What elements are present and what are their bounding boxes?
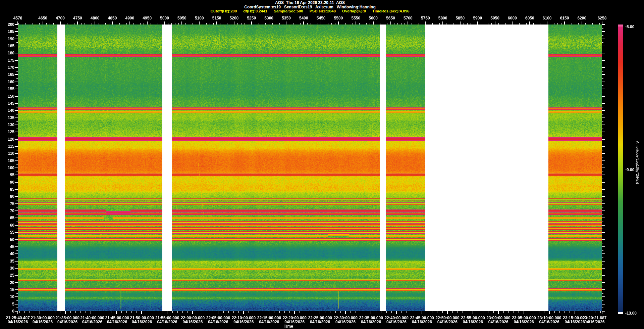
top-axis-label: 5500 [334,16,343,20]
x-axis-title: Time [284,324,293,329]
left-axis-label: 190 [8,37,14,41]
top-axis-label: 5100 [195,16,204,20]
top-axis-label: 6100 [543,16,552,20]
left-axis-label: 180 [8,51,14,55]
date-tick-label: 04/16/2026 [259,320,279,324]
top-axis-label: 5800 [438,16,447,20]
left-axis-label: 20 [10,280,14,285]
top-axis-label: 5950 [490,16,499,20]
left-axis-label: 160 [8,80,14,84]
top-axis-label: 5350 [282,16,291,20]
left-axis-label: 115 [8,144,14,149]
date-tick-label: 04/16/2026 [585,320,605,324]
aos-spectrogram-window: AOS Thu 16 Apr 2026 23:20:11 AOS CoordSy… [0,0,644,329]
top-axis-label: 4750 [73,16,82,20]
top-axis-label: 5000 [160,16,169,20]
date-tick-label: 04/16/2026 [157,320,177,324]
left-axis-label: 200 [8,22,14,27]
left-axis-label: 140 [8,108,14,113]
top-axis-label: 5200 [230,16,239,20]
date-tick-label: 04/16/2026 [82,320,102,324]
top-axis-label: 4950 [143,16,152,20]
left-axis-label: 0 [12,309,14,314]
date-tick-label: 04/16/2026 [386,320,407,324]
date-tick-label: 04/16/2026 [412,320,432,324]
spectrogram-plot[interactable] [18,25,602,311]
top-axis-label: 5150 [212,16,221,20]
colorbar [618,25,623,314]
colorbar-tick-label: -9.00 [625,168,634,172]
date-tick-label: 04/16/2026 [437,320,458,324]
date-tick-label: 04/16/2026 [488,320,508,324]
top-axis-label: 5900 [473,16,482,20]
top-axis-label: 4578 [13,16,22,20]
date-tick-label: 04/16/2026 [514,320,534,324]
date-tick-label: 04/16/2026 [284,320,305,324]
left-axis-label: 120 [8,137,14,142]
left-axis-label: 30 [10,266,14,271]
date-tick-label: 04/16/2026 [233,320,254,324]
left-axis-label: 15 [10,287,14,292]
top-axis-label: 5550 [352,16,361,20]
top-axis-label: 6150 [560,16,569,20]
top-axis-label: 5700 [404,16,413,20]
left-axis-label: 130 [8,123,14,127]
left-axis-label: 125 [8,130,14,134]
left-axis-label: 40 [10,251,14,256]
top-axis-label: 5050 [177,16,186,20]
left-axis-label: 135 [8,115,14,120]
colorbar-tick-label: -5.00 [625,25,634,29]
left-axis-label: 100 [8,166,14,170]
date-tick-label: 04/16/2026 [361,320,381,324]
top-axis-label: 6200 [578,16,587,20]
date-tick-label: 04/16/2026 [539,320,559,324]
left-axis-label: 185 [8,44,14,48]
left-axis-label: 80 [10,194,14,199]
left-axis-label: 45 [10,244,14,249]
date-tick-label: 04/16/2026 [463,320,483,324]
top-axis-label: 6050 [525,16,534,20]
top-axis-label: 5850 [456,16,465,20]
left-axis-label: 110 [8,151,14,156]
date-tick-label: 04/16/2026 [132,320,152,324]
left-axis-label: 85 [10,187,14,192]
left-axis-label: 60 [10,223,14,228]
top-axis-label: 4650 [38,16,47,20]
date-tick-label: 04/16/2026 [208,320,228,324]
left-axis-label: 10 [10,294,14,299]
left-axis-label: 55 [10,230,14,235]
top-axis-label: 4800 [91,16,100,20]
date-tick-label: 04/16/2026 [8,320,28,324]
top-axis-label: 5600 [369,16,378,20]
left-axis-label: 145 [8,101,14,106]
left-axis-label: 155 [8,87,14,91]
date-tick-label: 04/16/2026 [107,320,127,324]
top-axis-label: 5450 [317,16,326,20]
left-axis-label: 5 [12,302,14,307]
left-axis-label: 25 [10,273,14,278]
left-axis-label: 70 [10,208,14,213]
left-axis-label: 35 [10,259,14,264]
date-tick-label: 04/16/2026 [33,320,53,324]
date-tick-label: 04/16/2026 [57,320,77,324]
left-axis-label: 65 [10,216,14,220]
top-axis-label: 4700 [56,16,65,20]
top-axis-label: 4850 [108,16,117,20]
left-axis-label: 50 [10,237,14,242]
colorbar-title: Amplitude(Log10(g^2/Hz)) [636,141,640,201]
top-axis-label: 5650 [386,16,395,20]
top-axis-label: 5750 [421,16,430,20]
left-axis-label: 165 [8,72,14,77]
top-axis-label: 6258 [598,16,607,20]
left-axis-label: 90 [10,180,14,185]
date-tick-label: 04/16/2026 [335,320,356,324]
top-axis-label: 6000 [508,16,517,20]
left-axis-label: 170 [8,65,14,70]
left-axis-label: 105 [8,158,14,163]
date-tick-label: 04/16/2026 [182,320,203,324]
date-tick-label: 04/16/2026 [565,320,585,324]
left-axis-label: 95 [10,173,14,177]
top-axis-label: 5400 [299,16,308,20]
left-axis-label: 195 [8,29,14,34]
left-axis-label: 175 [8,58,14,63]
